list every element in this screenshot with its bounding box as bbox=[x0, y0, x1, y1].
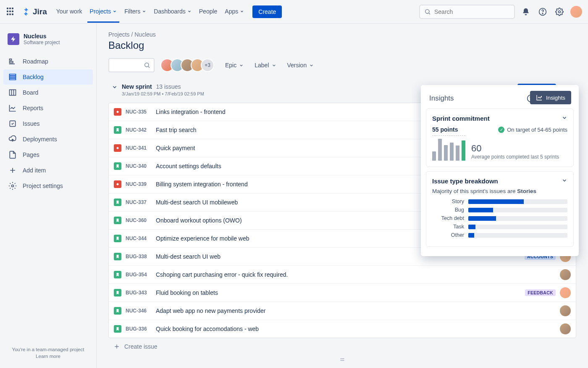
sprint-name[interactable]: New sprint bbox=[122, 83, 152, 90]
check-icon: ✓ bbox=[498, 127, 504, 133]
avatar-more[interactable]: +3 bbox=[201, 58, 214, 72]
assignee-avatar[interactable] bbox=[560, 323, 571, 334]
help-icon[interactable] bbox=[537, 6, 549, 18]
assignee-avatar[interactable] bbox=[560, 269, 571, 280]
bug-icon bbox=[114, 180, 121, 188]
sidebar-item-add-item[interactable]: Add item bbox=[3, 163, 93, 178]
issue-row[interactable]: BUG-354 Cshoping cart purchasing error -… bbox=[109, 266, 576, 284]
project-name: Nucleus bbox=[24, 33, 60, 40]
breakdown-row: Other bbox=[432, 232, 567, 238]
profile-avatar[interactable] bbox=[570, 6, 582, 18]
sidebar-footer-text: You're in a team-managed project bbox=[12, 347, 84, 352]
insights-button-label: Insights bbox=[546, 95, 565, 101]
nav-item-apps[interactable]: Apps bbox=[222, 5, 247, 23]
breakdown-label: Bug bbox=[432, 207, 464, 213]
version-dropdown[interactable]: Version bbox=[286, 60, 315, 70]
nav-item-filters[interactable]: Filters bbox=[122, 5, 149, 23]
project-header[interactable]: Nucleus Software project bbox=[3, 30, 93, 48]
avg-points: 60 bbox=[471, 143, 559, 154]
settings-icon[interactable] bbox=[554, 6, 565, 18]
notifications-icon[interactable] bbox=[520, 6, 532, 18]
create-button[interactable]: Create bbox=[252, 5, 282, 18]
sidebar-item-label: Reports bbox=[23, 105, 43, 111]
project-sidebar: Nucleus Software project RoadmapBacklogB… bbox=[0, 24, 97, 368]
backlog-toolbar: +3 EpicLabelVersion bbox=[108, 58, 576, 72]
issue-key[interactable]: NUC-341 bbox=[126, 145, 152, 151]
create-issue-button[interactable]: Create issue bbox=[108, 339, 576, 354]
global-search[interactable] bbox=[419, 5, 515, 19]
breakdown-row: Story bbox=[432, 199, 567, 204]
sidebar-item-deployments[interactable]: Deployments bbox=[3, 132, 93, 147]
assignee-filter-avatars[interactable]: +3 bbox=[160, 58, 214, 72]
search-icon bbox=[144, 62, 150, 69]
learn-more-link[interactable]: Learn more bbox=[6, 354, 90, 359]
nav-item-people[interactable]: People bbox=[197, 5, 220, 23]
sidebar-item-project-settings[interactable]: Project settings bbox=[3, 178, 93, 193]
sidebar-item-pages[interactable]: Pages bbox=[3, 147, 93, 162]
sprint-commitment-card: Sprint commitment 55 points ✓ On target … bbox=[426, 109, 574, 167]
sidebar-item-reports[interactable]: Reports bbox=[3, 101, 93, 116]
sidebar-item-issues[interactable]: Issues bbox=[3, 116, 93, 131]
sidebar-item-board[interactable]: Board bbox=[3, 85, 93, 100]
backlog-search[interactable] bbox=[108, 58, 155, 72]
issue-key[interactable]: NUC-339 bbox=[126, 181, 152, 187]
assignee-avatar[interactable] bbox=[560, 305, 571, 316]
insights-title: Insights bbox=[429, 94, 454, 103]
story-icon bbox=[114, 199, 121, 206]
chevron-down-icon bbox=[239, 63, 244, 68]
jira-logo[interactable]: Jira bbox=[21, 7, 47, 17]
app-switcher-icon[interactable] bbox=[6, 7, 16, 17]
drag-handle-icon[interactable] bbox=[108, 357, 576, 363]
epic-tag[interactable]: FEEDBACK bbox=[525, 289, 556, 296]
backlog-icon bbox=[8, 73, 17, 81]
issue-key[interactable]: BUG-354 bbox=[126, 272, 152, 278]
chevron-down-icon[interactable] bbox=[112, 84, 118, 91]
breakdown-bar bbox=[468, 233, 474, 238]
breakdown-row: Tech debt bbox=[432, 215, 567, 221]
nav-item-dashboards[interactable]: Dashboards bbox=[151, 5, 194, 23]
issue-key[interactable]: BUG-336 bbox=[126, 326, 152, 332]
story-icon bbox=[114, 235, 121, 242]
sprint-dates: 3/Jan/19 02:59 PM • 7/Feb/19 02:59 PM bbox=[122, 91, 204, 96]
crumb-child[interactable]: Nucleus bbox=[134, 31, 156, 38]
chevron-down-icon[interactable] bbox=[562, 177, 567, 185]
sidebar-item-label: Project settings bbox=[23, 183, 63, 189]
breakdown-bar bbox=[468, 225, 475, 229]
issue-key[interactable]: NUC-346 bbox=[126, 308, 152, 314]
chevron-down-icon bbox=[272, 63, 276, 68]
story-icon bbox=[114, 126, 121, 134]
project-icon bbox=[8, 33, 19, 45]
issue-key[interactable]: NUC-342 bbox=[126, 127, 152, 133]
issue-row[interactable]: BUG-343 Fluid booking on tablets FEEDBAC… bbox=[109, 284, 576, 302]
sidebar-item-backlog[interactable]: Backlog bbox=[3, 69, 93, 85]
issue-row[interactable]: BUG-336 Quick booking for accomodations … bbox=[109, 320, 576, 338]
velocity-bar bbox=[462, 140, 465, 161]
nav-item-your-work[interactable]: Your work bbox=[54, 5, 85, 23]
chevron-down-icon[interactable] bbox=[562, 115, 567, 122]
insights-button[interactable]: Insights bbox=[530, 91, 571, 104]
page-title: Backlog bbox=[108, 40, 576, 51]
insights-panel: Insights Sprint commitment 55 points ✓ O… bbox=[421, 85, 579, 256]
crumb-parent[interactable]: Projects bbox=[108, 31, 130, 38]
issue-key[interactable]: NUC-335 bbox=[126, 109, 152, 115]
story-icon bbox=[114, 289, 121, 297]
issue-row[interactable]: NUC-346 Adapt web app no new payments pr… bbox=[109, 302, 576, 320]
label-dropdown[interactable]: Label bbox=[254, 60, 277, 70]
epic-dropdown[interactable]: Epic bbox=[224, 60, 244, 70]
breakdown-bar-bg bbox=[468, 208, 567, 212]
nav-item-projects[interactable]: Projects bbox=[87, 5, 120, 23]
issue-key[interactable]: BUG-338 bbox=[126, 254, 152, 259]
issue-key[interactable]: NUC-344 bbox=[126, 236, 152, 241]
story-icon bbox=[114, 217, 121, 224]
issue-key[interactable]: NUC-360 bbox=[126, 217, 152, 223]
svg-point-2 bbox=[542, 13, 543, 14]
issue-key[interactable]: NUC-337 bbox=[126, 199, 152, 205]
global-search-input[interactable] bbox=[434, 8, 510, 15]
svg-point-0 bbox=[425, 9, 429, 13]
svg-point-17 bbox=[117, 111, 119, 113]
assignee-avatar[interactable] bbox=[560, 287, 571, 298]
issue-key[interactable]: NUC-340 bbox=[126, 163, 152, 169]
issue-key[interactable]: BUG-343 bbox=[126, 290, 152, 296]
sidebar-item-roadmap[interactable]: Roadmap bbox=[3, 54, 93, 69]
committed-points: 55 points bbox=[432, 126, 458, 133]
